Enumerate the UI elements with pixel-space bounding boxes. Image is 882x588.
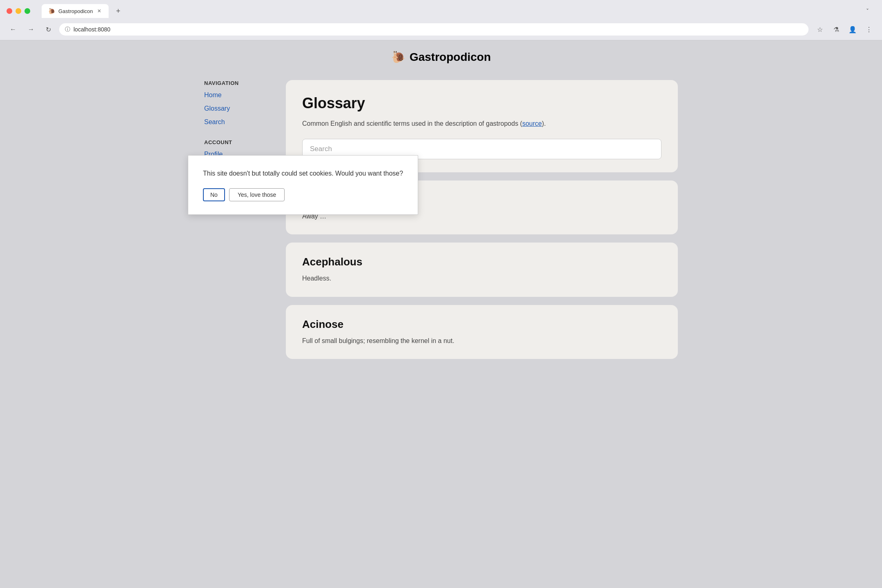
site-title: 🐌 Gastropodicon: [0, 50, 882, 64]
browser-chrome: 🐌 Gastropodicon ✕ + ˅ ← → ↻ ⓘ localhost:…: [0, 0, 882, 40]
back-button[interactable]: ←: [7, 24, 20, 35]
nav-item-search: Search: [204, 116, 270, 128]
term-def-acephalous: Headless.: [302, 273, 662, 284]
navigation-section-label: NAVIGATION: [204, 80, 270, 86]
term-def-acinose: Full of small bulgings; resembling the k…: [302, 336, 662, 346]
account-section-label: ACCOUNT: [204, 139, 270, 145]
minimize-window-button[interactable]: [16, 8, 21, 14]
address-field[interactable]: ⓘ localhost:8080: [59, 23, 808, 36]
cookie-no-button[interactable]: No: [203, 188, 225, 201]
nav-item-glossary: Glossary: [204, 103, 270, 115]
term-title-acephalous: Acephalous: [302, 256, 662, 268]
address-bar-row: ← → ↻ ⓘ localhost:8080 ☆ ⚗ 👤 ⋮: [0, 21, 882, 40]
snail-icon: 🐌: [391, 50, 405, 64]
page-wrapper: NAVIGATION Home Glossary Search ACCOUNT …: [196, 67, 686, 380]
tab-title: Gastropodicon: [58, 8, 93, 14]
nav-link-search[interactable]: Search: [204, 118, 225, 125]
window-controls: [7, 8, 30, 14]
nav-item-home: Home: [204, 89, 270, 101]
glossary-title: Glossary: [302, 95, 662, 112]
active-tab[interactable]: 🐌 Gastropodicon ✕: [42, 4, 109, 18]
toolbar-actions: ☆ ⚗ 👤 ⋮: [813, 23, 875, 36]
bookmark-button[interactable]: ☆: [813, 23, 826, 36]
tabs-bar: 🐌 Gastropodicon ✕ + ˅: [35, 4, 875, 18]
tab-favicon: 🐌: [48, 8, 55, 14]
labs-button[interactable]: ⚗: [830, 23, 843, 36]
forward-button[interactable]: →: [24, 24, 38, 35]
reload-button[interactable]: ↻: [42, 24, 54, 35]
profile-button[interactable]: 👤: [846, 23, 859, 36]
source-link[interactable]: source: [522, 120, 542, 127]
site-name: Gastropodicon: [410, 51, 491, 64]
site-header: 🐌 Gastropodicon: [0, 40, 882, 67]
maximize-window-button[interactable]: [24, 8, 30, 14]
nav-link-home[interactable]: Home: [204, 91, 222, 98]
address-security-icon: ⓘ: [65, 26, 70, 33]
term-card-acephalous: Acephalous Headless.: [286, 243, 678, 297]
glossary-description: Common English and scientific terms used…: [302, 118, 662, 129]
sidebar: NAVIGATION Home Glossary Search ACCOUNT …: [204, 80, 270, 367]
navigation-links: Home Glossary Search: [204, 89, 270, 128]
cookie-dialog: This site doesn't but totally could set …: [188, 155, 418, 215]
nav-link-glossary[interactable]: Glossary: [204, 105, 230, 112]
close-window-button[interactable]: [7, 8, 12, 14]
term-title-acinose: Acinose: [302, 318, 662, 331]
page-outer: 🐌 Gastropodicon NAVIGATION Home Glossary…: [0, 40, 882, 588]
cookie-message: This site doesn't but totally could set …: [203, 169, 403, 178]
address-text: localhost:8080: [74, 26, 803, 33]
tab-dropdown-button[interactable]: ˅: [866, 8, 869, 14]
cookie-yes-button[interactable]: Yes, love those: [229, 188, 285, 201]
term-card-acinose: Acinose Full of small bulgings; resembli…: [286, 305, 678, 359]
new-tab-button[interactable]: +: [112, 4, 125, 18]
main-content: Glossary Common English and scientific t…: [286, 80, 678, 367]
browser-titlebar: 🐌 Gastropodicon ✕ + ˅: [0, 0, 882, 21]
tab-close-button[interactable]: ✕: [96, 7, 102, 15]
menu-button[interactable]: ⋮: [862, 23, 875, 36]
cookie-buttons: No Yes, love those: [203, 188, 403, 201]
